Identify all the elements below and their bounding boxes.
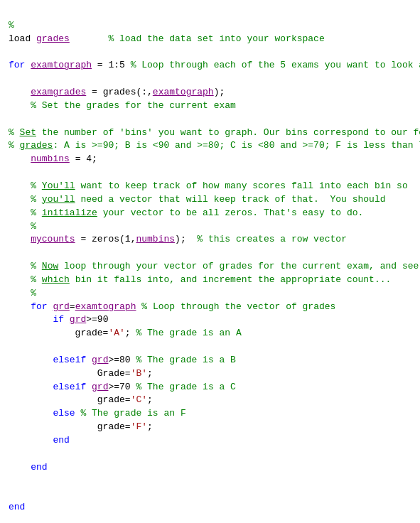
line-load: load grades % load the data set into you… (9, 33, 325, 44)
line-comment-loop-1: % Now loop through your vector of grades… (9, 261, 419, 271)
line-comment-track-3: % initialize your vector to be all zeros… (9, 207, 363, 218)
line-elseif-b: elseif grd>=80 % The grade is a B (9, 355, 236, 365)
line-elseif-c: elseif grd>=70 % The grade is a C (9, 382, 236, 392)
line-grade-b: Grade='B'; (9, 368, 153, 379)
line-comment-set-bins-1: % Set the number of 'bins' you want to g… (9, 127, 420, 138)
line-comment-set-bins-2: % grades: A is >=90; B is <90 and >=80; … (9, 140, 420, 151)
line-else: else % The grade is an F (9, 408, 186, 419)
line-for-grd: for grd=examtograph % Loop through the v… (9, 301, 335, 312)
line-comment-set-grades: % Set the grades for the current exam (9, 100, 236, 111)
line-grade-f: grade='F'; (9, 421, 153, 432)
line-end-for-grd: end (9, 462, 48, 473)
line-end-for-exam: end (9, 502, 25, 512)
line-comment-loop-2: % which bin it falls into, and increment… (9, 274, 391, 285)
line-percent-1: % (9, 20, 14, 31)
line-grade-a: grade='A'; % The grade is an A (9, 328, 242, 338)
line-for-examtograph: for examtograph = 1:5 % Loop through eac… (9, 60, 420, 70)
line-comment-track-1: % You'll want to keep track of how many … (9, 180, 408, 191)
line-comment-track-2: % you'll need a vector that will keep tr… (9, 194, 386, 205)
code-editor: % load grades % load the data set into y… (9, 6, 411, 523)
line-numbins: numbins = 4; (9, 153, 97, 164)
line-end-if: end (9, 435, 70, 446)
line-comment-loop-3: % (9, 288, 36, 298)
line-examgrades: examgrades = grades(:,examtograph); (9, 87, 225, 97)
line-grade-c: grade='C'; (9, 394, 153, 405)
line-mycounts: mycounts = zeros(1,numbins); % this crea… (9, 234, 347, 244)
line-comment-percent: % (9, 221, 36, 232)
line-if-grd: if grd>=90 (9, 314, 108, 325)
